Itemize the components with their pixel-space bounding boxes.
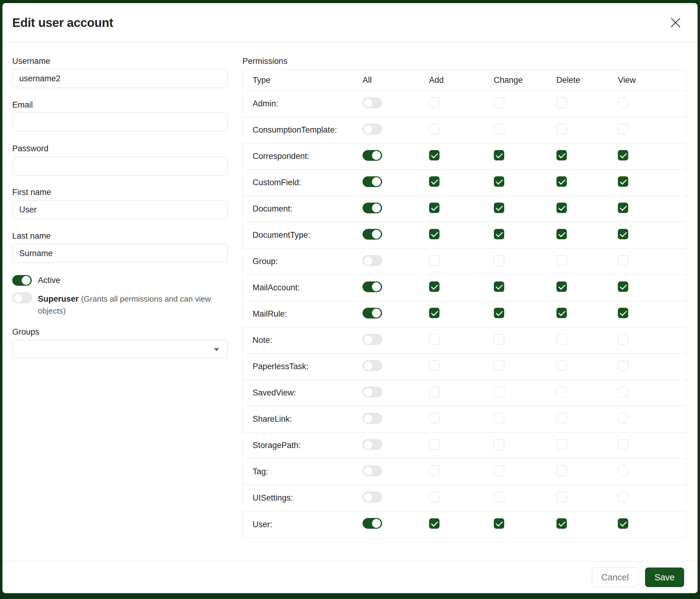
active-toggle[interactable] [12,275,32,286]
permission-all-toggle[interactable] [362,97,382,108]
permission-view-checkbox[interactable] [618,465,628,476]
permission-delete-checkbox[interactable] [556,439,567,450]
permission-view-checkbox[interactable] [618,492,628,502]
permission-view-checkbox[interactable] [618,360,628,371]
permission-view-checkbox[interactable] [618,387,628,397]
permission-change-checkbox[interactable] [494,413,504,423]
cancel-button[interactable]: Cancel [592,568,638,587]
superuser-toggle[interactable] [12,292,32,303]
permission-change-checkbox[interactable] [494,97,504,108]
permission-delete-checkbox[interactable] [556,334,567,344]
permission-all-toggle[interactable] [362,282,382,292]
email-input[interactable] [12,113,227,132]
permission-add-checkbox[interactable] [429,176,440,187]
permission-delete-checkbox[interactable] [556,492,567,502]
permission-change-checkbox[interactable] [494,387,504,397]
permission-change-checkbox[interactable] [494,176,504,187]
permission-view-checkbox[interactable] [618,124,628,134]
permission-change-checkbox[interactable] [494,465,504,476]
permission-all-toggle[interactable] [362,229,382,240]
permission-view-checkbox[interactable] [618,439,628,450]
permission-delete-checkbox[interactable] [556,176,567,187]
permission-view-checkbox[interactable] [618,202,628,213]
permission-change-checkbox[interactable] [494,360,504,371]
permission-delete-checkbox[interactable] [556,308,567,318]
permission-change-checkbox[interactable] [494,334,504,344]
permission-change-checkbox[interactable] [494,124,504,134]
permission-add-checkbox[interactable] [429,334,440,344]
permission-delete-checkbox[interactable] [556,229,567,239]
permission-all-toggle[interactable] [362,202,382,213]
permission-add-checkbox[interactable] [429,360,440,371]
username-input[interactable] [12,69,227,88]
permission-all-toggle[interactable] [362,518,382,529]
permission-change-checkbox[interactable] [494,518,504,529]
permission-delete-checkbox[interactable] [556,255,567,266]
permission-add-checkbox[interactable] [429,465,440,476]
permission-change-checkbox[interactable] [494,492,504,502]
permission-add-checkbox[interactable] [429,439,440,450]
permission-add-checkbox[interactable] [429,282,440,292]
permission-add-checkbox[interactable] [429,255,440,266]
permission-all-toggle[interactable] [362,150,382,161]
permission-view-checkbox[interactable] [618,150,628,161]
permission-view-checkbox[interactable] [618,518,628,529]
permission-view-checkbox[interactable] [618,255,628,266]
permission-all-toggle[interactable] [362,439,382,450]
permission-row: Group: [243,248,686,275]
last-name-input[interactable] [12,244,227,263]
permission-add-checkbox[interactable] [429,124,440,134]
permission-change-checkbox[interactable] [494,439,504,450]
permission-all-toggle[interactable] [362,492,382,502]
permission-add-checkbox[interactable] [429,202,440,213]
permission-all-toggle[interactable] [362,124,382,135]
permission-view-checkbox[interactable] [618,334,628,344]
permission-all-toggle[interactable] [362,387,382,397]
groups-select[interactable] [12,340,227,359]
permission-delete-checkbox[interactable] [556,150,567,161]
permission-view-checkbox[interactable] [618,97,628,108]
permission-view-checkbox[interactable] [618,413,628,423]
permission-add-checkbox[interactable] [429,492,440,502]
permission-view-checkbox[interactable] [618,176,628,187]
first-name-input[interactable] [12,200,227,219]
permission-type-label: Tag: [243,467,362,476]
password-input[interactable] [12,157,227,175]
permission-add-checkbox[interactable] [429,413,440,423]
permission-all-toggle[interactable] [362,255,382,266]
permission-all-toggle[interactable] [362,413,382,424]
permission-delete-checkbox[interactable] [556,97,567,108]
permission-delete-checkbox[interactable] [556,387,567,397]
permission-delete-checkbox[interactable] [556,360,567,371]
permission-change-checkbox[interactable] [494,202,504,213]
permission-delete-checkbox[interactable] [556,465,567,476]
permission-view-checkbox[interactable] [618,282,628,292]
permission-row: CustomField: [243,170,686,196]
permission-add-checkbox[interactable] [429,150,440,161]
permission-all-toggle[interactable] [362,176,382,187]
permission-view-checkbox[interactable] [618,229,628,239]
permission-delete-checkbox[interactable] [556,413,567,423]
permission-add-checkbox[interactable] [429,387,440,397]
permission-add-checkbox[interactable] [429,518,440,529]
permission-all-toggle[interactable] [362,360,382,371]
permission-delete-checkbox[interactable] [556,202,567,213]
save-button[interactable]: Save [645,568,684,587]
permission-change-checkbox[interactable] [494,229,504,239]
permission-change-checkbox[interactable] [494,282,504,292]
permission-change-checkbox[interactable] [494,150,504,161]
permission-change-checkbox[interactable] [494,255,504,266]
permission-row: ConsumptionTemplate: [243,117,686,143]
permission-all-toggle[interactable] [362,465,382,476]
permission-delete-checkbox[interactable] [556,518,567,529]
permission-delete-checkbox[interactable] [556,124,567,134]
permission-all-toggle[interactable] [362,308,382,318]
permission-change-checkbox[interactable] [494,308,504,318]
close-button[interactable] [667,14,684,31]
permission-delete-checkbox[interactable] [556,282,567,292]
permission-all-toggle[interactable] [362,334,382,345]
permission-add-checkbox[interactable] [429,97,440,108]
permission-add-checkbox[interactable] [429,308,440,318]
permission-view-checkbox[interactable] [618,308,628,318]
permission-add-checkbox[interactable] [429,229,440,239]
